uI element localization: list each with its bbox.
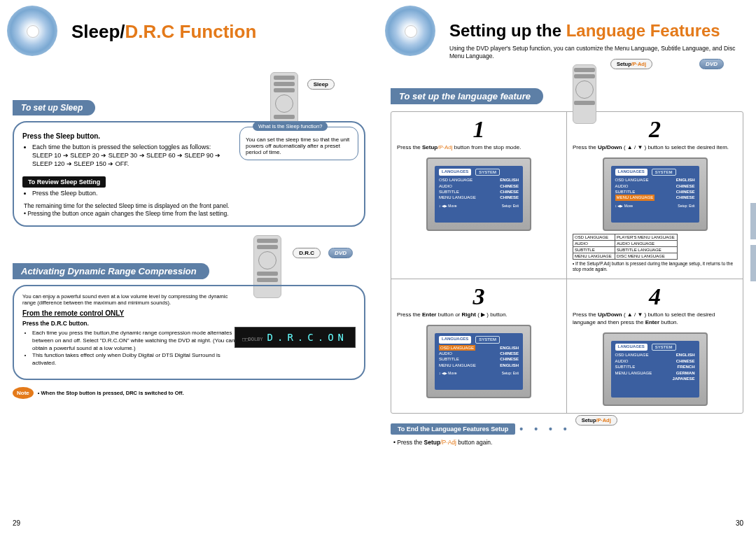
- sleep-toggles: Each time the button is pressed the sele…: [32, 143, 231, 168]
- tv-2: LANGUAGESSYSTEM OSD LANGUAGEENGLISHAUDIO…: [603, 157, 708, 231]
- disc-graphic-r: [385, 6, 435, 56]
- step-4-num: 4: [573, 283, 737, 310]
- disc-graphic: [7, 6, 57, 56]
- title-highlight: D.R.C Function: [125, 21, 257, 42]
- note-body: When the Stop button is pressed, DRC is …: [41, 390, 184, 396]
- note-badge: Note: [13, 387, 34, 399]
- drc-box: You can enjoy a powerful sound even at a…: [13, 285, 365, 380]
- page-30: Setting up the Language Features Using t…: [378, 0, 756, 534]
- title-plain: Sleep/: [71, 21, 125, 42]
- page-subtext: Using the DVD player's Setup function, y…: [449, 45, 743, 60]
- band-drc: Activating Dynamic Range Compression: [13, 263, 209, 279]
- page-title-right: Setting up the Language Features: [449, 21, 743, 41]
- end-bar: To End the Language Features Setup: [391, 423, 515, 435]
- drc-list: Each time you press the button,the dynam…: [22, 330, 238, 367]
- dots: • • • •: [519, 423, 570, 435]
- page-29: Sleep/D.R.C Function To set up Sleep Sle…: [0, 0, 378, 534]
- step-4: 4 Press the Up/Down ( ▲ / ▼ ) button to …: [567, 279, 743, 413]
- remote-icon-r: [573, 64, 596, 124]
- note-row: Note • When the Stop button is pressed, …: [13, 387, 365, 399]
- drc-button-pill: D.R.C: [293, 248, 321, 258]
- review-list: Press the Sleep button.: [22, 189, 231, 197]
- step-1-num: 1: [397, 116, 561, 143]
- sleep-button-pill: Sleep: [307, 79, 335, 90]
- callout-body: You can set the sleep time so that the u…: [246, 136, 352, 155]
- step-2-footnote: • If the Setup/P.Adj button is pressed d…: [573, 261, 737, 272]
- sleep-section-wrap: To set up Sleep Sleep Press the Sleep bu…: [13, 92, 365, 227]
- sleep-callout: What is the Sleep function? You can set …: [239, 127, 358, 160]
- review-extra: The remaining time for the selected Slee…: [22, 202, 357, 218]
- page-title-left: Sleep/D.R.C Function: [71, 21, 365, 43]
- callout-tab: What is the Sleep function?: [253, 122, 328, 131]
- setup-button-pill: Setup/P·Adj: [610, 59, 652, 69]
- band-lang: To set up the language feature: [391, 88, 543, 104]
- review-1: Press the Sleep button.: [32, 189, 231, 197]
- lang-header-row: To set up the language feature Setup/P·A…: [391, 80, 743, 104]
- step-1-text: Press the Setup/P·Adj button from the st…: [397, 144, 561, 152]
- page-number-right: 30: [736, 519, 743, 527]
- press-drc: Press the D.R.C button.: [22, 320, 238, 327]
- end-text: • Press the Setup/P·Adj button again.: [393, 439, 743, 446]
- note-text: • When the Stop button is pressed, DRC i…: [38, 390, 184, 396]
- band-sleep: To set up Sleep: [13, 100, 95, 115]
- step-grid: 1 Press the Setup/P·Adj button from the …: [391, 111, 743, 414]
- sleep-list: Each time the button is pressed the sele…: [22, 143, 231, 168]
- step-1: 1 Press the Setup/P·Adj button from the …: [391, 112, 567, 279]
- dvd-pill-r: DVD: [699, 59, 724, 69]
- end-setup-pill: Setup/P·Adj: [575, 415, 617, 426]
- drc-section-wrap: Activating Dynamic Range Compression D.R…: [13, 255, 365, 399]
- legend-table: OSD LANGUAGEPLAYER'S MENU LANGUAGEAUDIOA…: [573, 234, 678, 260]
- lcd-text: D.R.C.ON: [267, 332, 348, 343]
- end-row: To End the Language Features Setup • • •…: [391, 423, 743, 435]
- tv-3: LANGUAGESSYSTEM OSD LANGUAGEENGLISHAUDIO…: [426, 325, 531, 398]
- review-bar: To Review Sleep Setting: [22, 176, 106, 188]
- drc-2: This function takes effect only when Dol…: [32, 352, 238, 367]
- step-3: 3 Press the Enter button or Right ( ▶ ) …: [391, 279, 567, 413]
- title-plain-r: Setting up the: [449, 21, 566, 40]
- title-highlight-r: Language Features: [566, 21, 720, 40]
- edge-tab-2: [750, 245, 756, 281]
- drc-remote-only: From the remote control ONLY: [22, 309, 238, 317]
- step-2-text: Press the Up/Down ( ▲ / ▼ ) button to se…: [573, 144, 737, 152]
- step-3-text: Press the Enter button or Right ( ▶ ) bu…: [397, 311, 561, 319]
- step-2: 2 Press the Up/Down ( ▲ / ▼ ) button to …: [567, 112, 743, 279]
- step-4-text: Press the Up/Down ( ▲ / ▼ ) button to se…: [573, 311, 737, 327]
- press-sleep-head: Press the Sleep button.: [22, 132, 231, 140]
- page-number-left: 29: [13, 519, 20, 527]
- sleep-box: Press the Sleep button. Each time the bu…: [13, 121, 365, 227]
- edge-tab-1: [750, 203, 756, 239]
- step-2-num: 2: [573, 116, 737, 143]
- dvd-pill: DVD: [328, 248, 353, 258]
- drc-intro: You can enjoy a powerful sound even at a…: [22, 293, 238, 307]
- tv-4: LANGUAGESSYSTEM OSD LANGUAGEENGLISHAUDIO…: [603, 332, 708, 406]
- step-3-num: 3: [397, 283, 561, 310]
- drc-1: Each time you press the button,the dynam…: [32, 330, 238, 352]
- lcd-display: □□DOLBYD.R.C.ON: [234, 327, 356, 348]
- tv-1: LANGUAGESSYSTEM OSD LANGUAGEENGLISHAUDIO…: [426, 157, 531, 231]
- dolby-icon: □□DOLBY: [242, 337, 263, 342]
